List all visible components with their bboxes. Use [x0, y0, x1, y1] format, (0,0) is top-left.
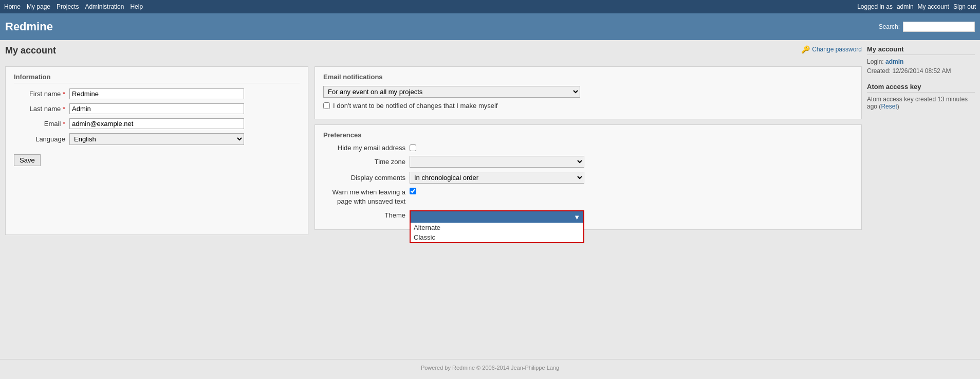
- change-password-link[interactable]: 🔑 Change password: [801, 45, 862, 53]
- email-label: Email *: [14, 120, 65, 128]
- search-label: Search:: [879, 23, 900, 30]
- theme-option-alternate[interactable]: Alternate: [411, 223, 583, 232]
- timezone-select[interactable]: [410, 156, 584, 168]
- last-name-row: Last name *: [14, 103, 300, 114]
- language-label: Language: [14, 135, 65, 143]
- theme-selected-option[interactable]: ▼: [411, 211, 583, 223]
- no-self-notif-row: I don't want to be notified of changes t…: [323, 102, 853, 110]
- page-title: My account: [5, 45, 56, 56]
- email-dropdown-row: For any event on all my projects For any…: [323, 86, 853, 98]
- nav-help[interactable]: Help: [130, 3, 143, 10]
- no-self-notif-label: I don't want to be notified of changes t…: [333, 102, 497, 110]
- display-comments-row: Display comments In chronological order …: [323, 172, 853, 184]
- display-comments-select[interactable]: In chronological order In reverse chrono…: [410, 172, 584, 184]
- preferences-section: Preferences Hide my email address Time z…: [315, 124, 862, 230]
- app-header: Redmine Search:: [0, 13, 980, 40]
- sidebar-created: Created: 12/26/2014 08:52 AM: [867, 67, 975, 75]
- footer: Powered by Redmine © 2006-2014 Jean-Phil…: [0, 359, 980, 376]
- nav-username[interactable]: admin: [897, 3, 914, 10]
- search-input[interactable]: [903, 22, 975, 32]
- nav-home[interactable]: Home: [4, 3, 21, 10]
- sidebar-atom-key: Atom access key Atom access key created …: [867, 83, 975, 110]
- information-section: Information First name * Last name * Em: [5, 66, 308, 235]
- theme-dropdown-open[interactable]: ▼ Alternate Classic: [410, 210, 584, 243]
- timezone-label: Time zone: [323, 158, 405, 166]
- logged-in-label: Logged in as: [857, 3, 893, 10]
- sidebar-login: Login: admin: [867, 58, 975, 65]
- email-notifications-section: Email notifications For any event on all…: [315, 66, 862, 119]
- search-area: Search:: [879, 22, 975, 32]
- display-comments-label: Display comments: [323, 174, 405, 182]
- nav-administration[interactable]: Administration: [85, 3, 124, 10]
- hide-email-row: Hide my email address: [323, 144, 853, 152]
- sidebar-username-link[interactable]: admin: [885, 58, 903, 65]
- nav-projects[interactable]: Projects: [57, 3, 79, 10]
- sidebar-login-label: Login:: [867, 58, 884, 65]
- sidebar-atom-key-title: Atom access key: [867, 83, 975, 93]
- change-password-label: Change password: [812, 46, 862, 53]
- first-name-row: First name *: [14, 88, 300, 99]
- warn-label: Warn me when leaving a page with unsaved…: [323, 188, 405, 206]
- theme-option-classic[interactable]: Classic: [411, 232, 583, 242]
- first-name-input[interactable]: [69, 88, 244, 99]
- dropdown-arrow-icon: ▼: [574, 213, 580, 221]
- last-name-input[interactable]: [69, 103, 244, 114]
- nav-my-account[interactable]: My account: [918, 3, 949, 10]
- right-content: Email notifications For any event on all…: [315, 66, 862, 235]
- main-layout: My account 🔑 Change password Information…: [0, 40, 980, 349]
- email-notification-select[interactable]: For any event on all my projects For any…: [323, 86, 580, 98]
- sidebar-atom-key-text: Atom access key created 13 minutes ago (…: [867, 96, 975, 110]
- nav-left: Home My page Projects Administration Hel…: [4, 3, 143, 10]
- content-area: My account 🔑 Change password Information…: [5, 45, 862, 344]
- sidebar-reset-link[interactable]: Reset: [881, 103, 897, 110]
- timezone-row: Time zone: [323, 156, 853, 168]
- hide-email-checkbox[interactable]: [410, 145, 416, 151]
- theme-row: Theme ▼ Alternate Classic: [323, 210, 853, 219]
- email-input[interactable]: [69, 118, 244, 129]
- theme-label: Theme: [323, 210, 405, 219]
- sidebar-created-label: Created:: [867, 67, 891, 75]
- two-column-layout: Information First name * Last name * Em: [5, 66, 862, 235]
- email-row: Email *: [14, 118, 300, 129]
- information-title: Information: [14, 73, 300, 83]
- app-title: Redmine: [5, 20, 53, 33]
- sidebar-my-account-title: My account: [867, 45, 975, 55]
- last-name-label: Last name *: [14, 105, 65, 113]
- sidebar: My account Login: admin Created: 12/26/2…: [862, 45, 975, 344]
- first-name-label: First name *: [14, 90, 65, 98]
- hide-email-label: Hide my email address: [323, 144, 405, 152]
- email-notifications-title: Email notifications: [323, 73, 853, 81]
- language-select[interactable]: English: [69, 133, 244, 145]
- sidebar-my-account: My account Login: admin Created: 12/26/2…: [867, 45, 975, 75]
- language-row: Language English: [14, 133, 300, 145]
- nav-right: Logged in as admin My account Sign out: [857, 3, 976, 10]
- key-icon: 🔑: [801, 45, 810, 53]
- nav-mypage[interactable]: My page: [27, 3, 50, 10]
- footer-text: Powered by Redmine © 2006-2014 Jean-Phil…: [421, 365, 559, 371]
- nav-sign-out[interactable]: Sign out: [953, 3, 976, 10]
- save-button[interactable]: Save: [14, 154, 41, 166]
- top-navigation: Home My page Projects Administration Hel…: [0, 0, 980, 13]
- warn-row: Warn me when leaving a page with unsaved…: [323, 188, 853, 206]
- preferences-title: Preferences: [323, 131, 853, 139]
- warn-checkbox[interactable]: [410, 188, 416, 194]
- sidebar-created-value: 12/26/2014 08:52 AM: [892, 67, 951, 75]
- no-self-notif-checkbox[interactable]: [323, 102, 330, 109]
